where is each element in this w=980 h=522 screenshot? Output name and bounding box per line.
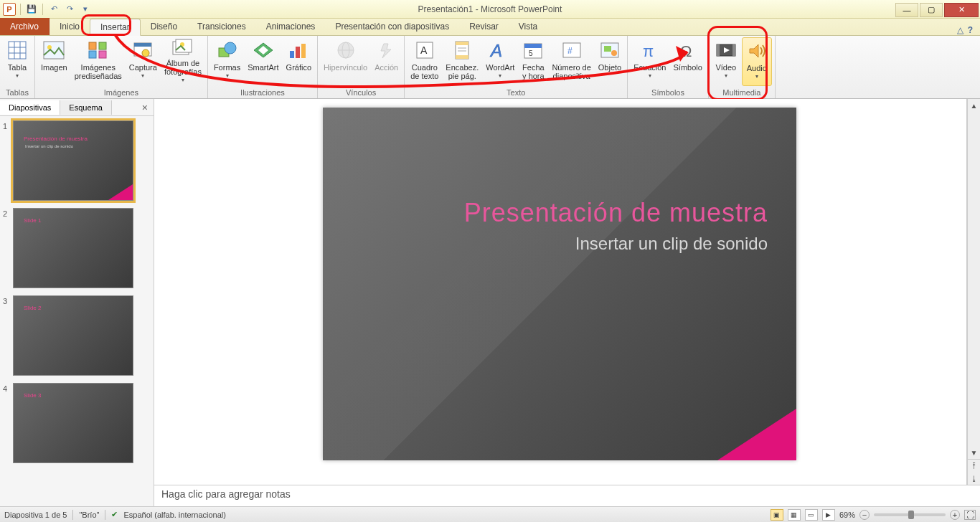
window-title: Presentación1 - Microsoft PowerPoint [418, 4, 562, 14]
accion-button: Acción [372, 37, 401, 86]
tab-revisar[interactable]: Revisar [459, 18, 509, 35]
slide-canvas[interactable]: Presentación de muestra Insertar un clip… [154, 99, 967, 485]
objeto-button[interactable]: Objeto [595, 37, 624, 86]
video-icon [715, 39, 738, 62]
tab-inicio[interactable]: Inicio [50, 18, 90, 35]
close-button[interactable]: ✕ [944, 3, 979, 17]
slide-thumbnail-2[interactable]: Slide 1 [13, 208, 133, 288]
file-tab[interactable]: Archivo [0, 18, 50, 35]
captura-button[interactable]: Captura ▾ [126, 37, 160, 86]
svg-point-18 [225, 42, 236, 54]
numero-diapositiva-button[interactable]: # Número de diapositiva [549, 37, 593, 86]
svg-text:A: A [420, 44, 428, 56]
normal-view-button[interactable]: ▣ [771, 509, 783, 521]
next-slide-button[interactable]: ⭳ [968, 473, 980, 485]
thumb-number: 2 [3, 208, 13, 288]
svg-point-13 [142, 49, 149, 57]
wordart-button[interactable]: A WordArt ▾ [483, 37, 517, 86]
tab-diapositivas[interactable]: Diapositivas [0, 100, 60, 115]
ecuacion-button[interactable]: π Ecuación ▾ [631, 37, 669, 86]
tab-transiciones[interactable]: Transiciones [187, 18, 256, 35]
group-texto: A Cuadro de texto Encabez. pie pág. A Wo… [405, 36, 628, 98]
svg-rect-37 [524, 44, 542, 48]
fecha-hora-button[interactable]: 5 Fecha y hora [519, 37, 547, 86]
tab-vista[interactable]: Vista [509, 18, 547, 35]
spellcheck-icon[interactable]: ✔ [111, 510, 118, 519]
tab-presentacion[interactable]: Presentación con diapositivas [325, 18, 459, 35]
zoom-slider[interactable] [874, 513, 946, 516]
thumbnail-pane-close-icon[interactable]: × [136, 102, 154, 113]
svg-rect-10 [99, 51, 106, 58]
group-tablas: Tabla ▾ Tablas [0, 36, 35, 98]
group-label-simbolos: Símbolos [631, 88, 705, 98]
formas-button[interactable]: Formas ▾ [211, 37, 243, 86]
smartart-button[interactable]: SmartArt [245, 37, 281, 86]
tab-animaciones[interactable]: Animaciones [256, 18, 326, 35]
group-label-ilustraciones: Ilustraciones [211, 88, 314, 98]
tabla-icon [6, 39, 29, 62]
svg-text:π: π [643, 42, 654, 60]
slide-subtitle[interactable]: Insertar un clip de sonido [575, 234, 768, 254]
current-slide[interactable]: Presentación de muestra Insertar un clip… [323, 108, 796, 460]
svg-rect-7 [89, 42, 96, 49]
album-icon [171, 39, 194, 57]
video-button[interactable]: Vídeo ▾ [712, 37, 740, 86]
svg-rect-22 [296, 47, 300, 58]
slide-title[interactable]: Presentación de muestra [464, 198, 768, 228]
tab-esquema[interactable]: Esquema [60, 100, 111, 115]
svg-rect-42 [604, 46, 611, 52]
encabezado-icon [451, 39, 473, 62]
svg-rect-47 [717, 44, 720, 56]
powerpoint-app-icon: P [3, 3, 16, 16]
help-icon[interactable]: ? [968, 25, 973, 35]
tab-insertar[interactable]: Insertar [90, 19, 141, 36]
tabla-button[interactable]: Tabla ▾ [3, 37, 32, 86]
redo-button[interactable]: ↷ [63, 3, 76, 16]
simbolo-icon: Ω [677, 39, 699, 62]
slide-thumbnail-3[interactable]: Slide 2 [13, 295, 133, 376]
simbolo-button[interactable]: Ω Símbolo [670, 37, 705, 86]
ribbon: Tabla ▾ Tablas Imagen Imágenes prediseña… [0, 36, 980, 99]
svg-rect-8 [99, 42, 106, 49]
fecha-hora-icon: 5 [522, 39, 545, 62]
audio-button[interactable]: Audio ▾ [742, 37, 772, 86]
slide-thumbnail-1[interactable]: Presentación de muestra Insertar un clip… [13, 120, 133, 201]
zoom-out-button[interactable]: − [859, 510, 870, 520]
imagenes-predisenadas-button[interactable]: Imágenes prediseñadas [72, 37, 125, 86]
notes-pane[interactable]: Haga clic para agregar notas [154, 485, 980, 506]
thumb-number: 1 [3, 120, 13, 201]
svg-text:#: # [567, 46, 573, 56]
reading-view-button[interactable]: ▭ [805, 509, 818, 521]
zoom-in-button[interactable]: + [950, 510, 960, 520]
vertical-scrollbar[interactable]: ▲ ▼ ⭱ ⭳ [967, 99, 980, 485]
qat-customize-icon[interactable]: ▾ [79, 3, 92, 16]
tab-diseno[interactable]: Diseño [141, 18, 187, 35]
slide-triangle-decoration [717, 409, 796, 460]
svg-text:Ω: Ω [680, 42, 692, 60]
album-fotografias-button[interactable]: Álbum de fotografías ▾ [161, 37, 204, 86]
slide-thumbnail-4[interactable]: Slide 3 [13, 383, 133, 463]
svg-rect-48 [732, 44, 735, 56]
slideshow-view-button[interactable]: ▶ [822, 509, 835, 521]
maximize-button[interactable]: ▢ [920, 3, 943, 17]
minimize-ribbon-icon[interactable]: △ [957, 25, 963, 35]
scroll-down-icon[interactable]: ▼ [968, 446, 980, 459]
encabezado-button[interactable]: Encabez. pie pág. [443, 37, 481, 86]
undo-button[interactable]: ↶ [47, 3, 60, 16]
svg-text:5: 5 [529, 49, 533, 57]
language-label[interactable]: Español (alfab. internacional) [123, 511, 225, 519]
imagen-button[interactable]: Imagen [38, 37, 70, 86]
svg-marker-50 [750, 44, 758, 57]
zoom-level[interactable]: 69% [839, 511, 855, 519]
previous-slide-button[interactable]: ⭱ [968, 460, 980, 473]
fit-to-window-button[interactable]: ⛶ [964, 510, 976, 520]
scroll-up-icon[interactable]: ▲ [968, 99, 980, 112]
save-button[interactable]: 💾 [25, 3, 38, 16]
slide-sorter-view-button[interactable]: ▦ [788, 509, 801, 521]
status-bar: Diapositiva 1 de 5 "Brío" ✔ Español (alf… [0, 506, 980, 522]
grafico-button[interactable]: Gráfico [283, 37, 314, 86]
minimize-button[interactable]: — [895, 3, 918, 17]
cuadro-texto-button[interactable]: A Cuadro de texto [407, 37, 441, 86]
group-imagenes: Imagen Imágenes prediseñadas Captura ▾ Á… [35, 36, 208, 98]
svg-marker-27 [381, 44, 391, 58]
